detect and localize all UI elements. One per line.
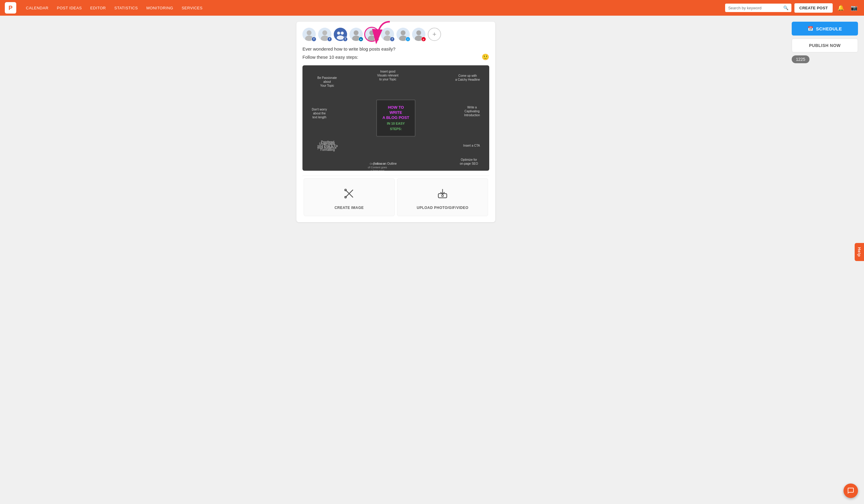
tip-seo: Optimize foron-page SEO	[460, 158, 478, 165]
nav-monitoring[interactable]: MONITORING	[143, 4, 177, 12]
svg-point-8	[337, 32, 340, 35]
tip-cta: Insert a CTA	[463, 144, 480, 148]
post-cursor-line: Follow these 10 easy steps: 🙂	[302, 53, 489, 61]
post-text-line1: Ever wondered how to write blog posts ea…	[302, 46, 489, 51]
chat-icon	[847, 487, 854, 494]
nav-post-ideas[interactable]: POST IDEAS	[53, 4, 86, 12]
nav-links: CALENDAR POST IDEAS EDITOR STATISTICS MO…	[22, 4, 725, 12]
upload-photo-card[interactable]: UPLOAD PHOTO/GIF/VIDEO	[397, 178, 488, 216]
logo-letter: P	[9, 4, 12, 11]
infographic-subtitle: IN 10 EASY STEPS:	[387, 121, 405, 130]
nav-right: 🔍 CREATE POST 🔔 📷	[725, 3, 859, 13]
instagram-badge: ig	[374, 37, 379, 41]
search-box[interactable]: 🔍	[725, 4, 791, 12]
search-icon: 🔍	[783, 5, 788, 10]
tip-organization: Organizationof Content goesa long way!	[368, 162, 387, 171]
account-facebook-2[interactable]: f	[318, 28, 332, 41]
twitter-badge: t	[406, 37, 410, 41]
post-wrapper: f f	[297, 22, 495, 222]
svg-point-2	[307, 30, 312, 35]
calendar-icon: 📅	[808, 26, 814, 31]
scissors-paintbrush-icon	[343, 187, 355, 200]
account-pinterest[interactable]: p	[412, 28, 425, 41]
tip-audience: Understandyour Audience	[317, 142, 336, 150]
svg-point-15	[369, 30, 374, 35]
chat-button[interactable]	[843, 483, 858, 498]
emoji-button[interactable]: 🙂	[482, 53, 489, 61]
nav-statistics[interactable]: STATISTICS	[110, 4, 141, 12]
right-panel: 📅 SCHEDULE PUBLISH NOW 1225	[792, 22, 858, 498]
account-instagram[interactable]: ig	[365, 28, 379, 41]
character-count-badge: 1225	[792, 56, 809, 63]
main-layout: f f	[0, 16, 864, 504]
svg-point-12	[354, 30, 359, 35]
account-facebook-3[interactable]: f	[381, 28, 394, 41]
tip-introduction: Write aCaptivatingIntroduction	[464, 106, 480, 117]
infographic-center-text: HOW TO WRITEA BLOG POST IN 10 EASY STEPS…	[376, 100, 416, 137]
camera-icon[interactable]: 📷	[849, 3, 859, 13]
post-image-container: Be PassionateaboutYour Topic Insert good…	[302, 65, 489, 171]
account-facebook-group[interactable]: f	[334, 28, 347, 41]
add-account-button[interactable]: +	[428, 28, 441, 41]
account-linkedin[interactable]: in	[349, 28, 363, 41]
camera-upload-icon	[436, 187, 448, 200]
publish-now-button[interactable]: PUBLISH NOW	[792, 38, 858, 52]
facebook-badge-2: f	[327, 37, 332, 41]
facebook-badge-3: f	[390, 37, 395, 41]
nav-editor[interactable]: EDITOR	[87, 4, 110, 12]
create-post-button[interactable]: CREATE POST	[794, 3, 833, 13]
svg-point-5	[322, 30, 327, 35]
svg-point-18	[385, 30, 390, 35]
infographic-title: HOW TO WRITEA BLOG POST	[381, 105, 411, 120]
facebook-badge-1: f	[312, 37, 316, 41]
tip-passionate: Be PassionateaboutYour Topic	[317, 76, 337, 88]
post-text-line2: Follow these 10 easy steps:	[302, 54, 358, 60]
pinterest-badge: p	[421, 37, 426, 41]
create-image-card[interactable]: CREATE IMAGE	[304, 178, 395, 216]
account-facebook-1[interactable]: f	[302, 28, 316, 41]
search-input[interactable]	[728, 6, 781, 10]
linkedin-badge: in	[359, 37, 363, 41]
nav-calendar[interactable]: CALENDAR	[22, 4, 52, 12]
svg-point-9	[341, 32, 344, 35]
account-twitter[interactable]: t	[396, 28, 410, 41]
tip-visuals: Insert goodVisuals relevantto your Topic	[377, 70, 398, 81]
schedule-button[interactable]: 📅 SCHEDULE	[792, 22, 858, 36]
help-button[interactable]: Help	[855, 243, 864, 261]
schedule-label: SCHEDULE	[816, 26, 842, 31]
svg-point-31	[442, 195, 443, 197]
infographic-image: Be PassionateaboutYour Topic Insert good…	[302, 65, 489, 171]
notifications-icon[interactable]: 🔔	[836, 3, 846, 13]
create-image-icon	[343, 187, 355, 202]
account-icons-row: f f	[302, 28, 489, 41]
nav-services[interactable]: SERVICES	[178, 4, 206, 12]
facebook-group-badge: f	[343, 37, 348, 41]
center-panel: f f	[297, 22, 495, 498]
tip-text-length: Don't worryabout thetext length	[312, 108, 327, 119]
tip-headline: Come up witha Catchy Headline	[455, 74, 480, 82]
upload-photo-label: UPLOAD PHOTO/GIF/VIDEO	[417, 206, 468, 210]
bottom-tools: CREATE IMAGE UPLOAD PHOTO/GIF/VIDEO	[302, 175, 489, 216]
logo[interactable]: P	[5, 2, 16, 14]
create-image-label: CREATE IMAGE	[334, 206, 364, 210]
svg-point-24	[416, 30, 421, 35]
top-navigation: P CALENDAR POST IDEAS EDITOR STATISTICS …	[0, 0, 864, 16]
svg-point-21	[401, 30, 406, 35]
upload-camera-icon	[436, 187, 448, 202]
post-card: f f	[297, 22, 495, 222]
